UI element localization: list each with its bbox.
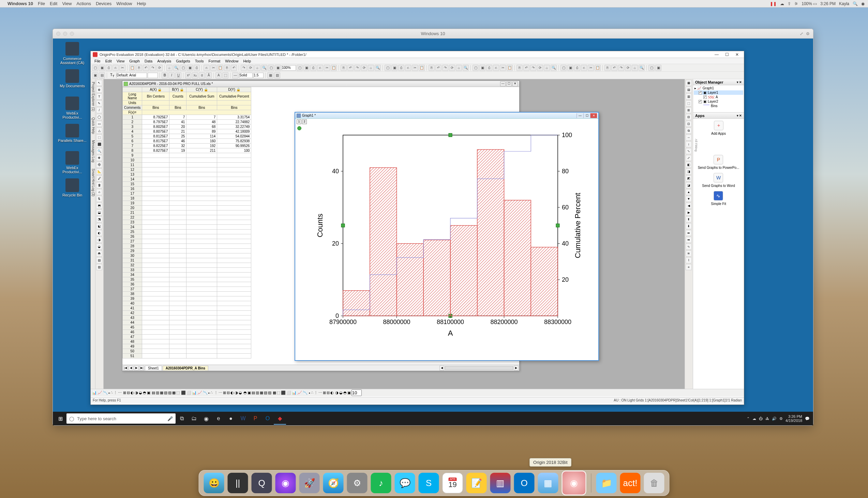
tb-btn[interactable]: ⎌ — [203, 65, 210, 71]
graph-tool-button[interactable]: ⧉ — [685, 128, 692, 134]
object-manager-header[interactable]: Object Manager ▾✕ — [693, 79, 744, 85]
plot-toolbar-button[interactable]: ⬜ — [186, 391, 191, 395]
tb-btn[interactable]: ⎌ — [112, 65, 119, 71]
tb-btn[interactable]: ↶ — [523, 65, 530, 71]
graph-tool-button[interactable]: ≡ — [685, 264, 692, 270]
hscrollbar[interactable] — [445, 366, 513, 370]
graph-tool-button[interactable]: ▶ — [685, 209, 692, 215]
tool-button[interactable]: ▭ — [96, 121, 102, 127]
plot-toolbar-button[interactable]: ⬚ — [176, 391, 180, 395]
tb-btn[interactable]: ✂ — [588, 65, 594, 71]
plot-toolbar-button[interactable]: ▣ — [347, 391, 351, 395]
start-button[interactable]: ⊞ — [54, 413, 66, 424]
spotlight-icon[interactable]: 🔍 — [853, 1, 858, 6]
chrome[interactable]: ◉ — [200, 412, 212, 425]
tool-button[interactable]: ↖ — [96, 80, 102, 86]
tb-btn[interactable]: ↶ — [435, 65, 441, 71]
tray-up-icon[interactable]: ⌃ — [747, 417, 750, 421]
plot-toolbar-button[interactable]: 📈 — [297, 391, 302, 395]
taskbar-clock[interactable]: 3:26 PM 4/19/2018 — [786, 415, 802, 423]
lock-icon[interactable] — [297, 126, 302, 130]
menu-gadgets[interactable]: Gadgets — [174, 58, 192, 64]
siri-icon[interactable]: ◉ — [861, 1, 865, 6]
mac-menu-view[interactable]: View — [62, 1, 71, 6]
tb-btn[interactable]: ⎘ — [604, 65, 611, 71]
graph-tool-button[interactable]: ∿ — [685, 244, 692, 250]
user-name[interactable]: Kayla — [839, 1, 849, 6]
tb-btn[interactable]: ⌂ — [254, 65, 261, 71]
tb-btn[interactable]: ⟳ — [248, 65, 254, 71]
tool-button[interactable]: ⬒ — [96, 202, 102, 209]
vm-titlebar[interactable]: Windows 10 ⤢ ⚙ — [53, 29, 813, 39]
graph-tool-button[interactable]: ⬇ — [685, 223, 692, 229]
dock-trash[interactable]: 🗑 — [644, 473, 665, 493]
tool-button[interactable]: ▥ — [96, 264, 102, 270]
mic-icon[interactable]: 🎤 — [168, 416, 173, 421]
minimize-button[interactable]: ― — [712, 52, 721, 57]
mac-menu-window[interactable]: Window — [116, 1, 132, 6]
tb-btn[interactable]: ⎙ — [486, 65, 492, 71]
plot-toolbar-button[interactable]: 📊 — [92, 391, 97, 395]
graph-tool-button[interactable]: ▤ — [685, 87, 692, 93]
tb-btn[interactable]: ⎘ — [340, 65, 347, 71]
plot-toolbar-button[interactable]: ◐ — [230, 391, 234, 395]
graph-tool-button[interactable]: ↔ — [685, 134, 692, 141]
tb-btn[interactable]: ▢ — [297, 65, 303, 71]
tb-btn[interactable]: ⎙ — [310, 65, 316, 71]
tb-btn[interactable]: 📋 — [419, 65, 425, 71]
tb-btn[interactable]: ↶ — [611, 65, 617, 71]
panel-close-icon[interactable]: ✕ — [739, 114, 742, 117]
tb-btn[interactable]: 🔍 — [639, 65, 645, 71]
desktop-icon[interactable]: Parallels Share... — [57, 124, 88, 143]
dock-origin[interactable]: ◉ — [562, 471, 586, 495]
tb-btn[interactable]: ▦ — [267, 72, 273, 78]
tb-btn[interactable]: ▤ — [99, 72, 105, 78]
menubar-icon[interactable]: ☁︎ — [780, 1, 784, 6]
powerpoint[interactable]: P — [249, 412, 262, 425]
tb-btn[interactable]: ⎘ — [136, 65, 142, 71]
tb-btn[interactable]: ↷ — [618, 65, 624, 71]
tb-btn[interactable]: ↶ — [231, 65, 237, 71]
system-tray[interactable]: ⌃ ☁ ⏻ 🖧 🔊 ⚙ 3:26 PM 4/19/2018 💬 — [747, 415, 812, 423]
plot-toolbar-button[interactable]: • — [309, 391, 310, 395]
tray-icon[interactable]: ⏻ — [759, 417, 763, 421]
line-style[interactable] — [239, 73, 253, 78]
graph-tool-button[interactable]: ⤡ — [685, 148, 692, 154]
plot-toolbar-button[interactable]: ▨ — [268, 391, 271, 395]
graph-tool-button[interactable]: ◧ — [685, 162, 692, 168]
clock[interactable]: 3:26 PM — [820, 1, 836, 6]
windows-desktop[interactable]: Commerce Assistant (CA) My Documents Web… — [53, 39, 813, 425]
plot-toolbar-button[interactable]: ▦ — [160, 391, 163, 395]
plot-toolbar-button[interactable]: ⬛ — [281, 391, 286, 395]
plot-toolbar-button[interactable]: ◓ — [243, 391, 247, 395]
plot-toolbar-button[interactable]: ◓ — [143, 391, 146, 395]
graph-tool-button[interactable]: ◀ — [685, 202, 692, 209]
tb-btn[interactable]: ⎘ — [517, 65, 523, 71]
plot-toolbar-button[interactable]: ⊞ — [123, 391, 126, 395]
tool-button[interactable]: ⎌ — [96, 189, 102, 195]
plot-toolbar-button[interactable]: ⊞ — [323, 391, 326, 395]
mac-menu-file[interactable]: File — [38, 1, 45, 6]
dock-settings[interactable]: ⚙ — [347, 473, 368, 493]
graph-tool-button[interactable]: ▦ — [685, 80, 692, 86]
plot-toolbar-button[interactable]: ◐ — [131, 391, 134, 395]
tb-btn[interactable]: ↷ — [241, 65, 247, 71]
tool-button[interactable]: ⬕ — [96, 223, 102, 229]
tb-btn[interactable]: ▧ — [274, 72, 280, 78]
tb-btn[interactable]: ▢ — [385, 65, 391, 71]
plot-toolbar-button[interactable]: ⋮ — [113, 391, 117, 395]
tool-button[interactable]: ✎ — [96, 100, 102, 106]
maximize-button[interactable]: ☐ — [722, 52, 732, 57]
tool-button[interactable]: ◒ — [96, 244, 102, 250]
tb-btn[interactable]: ▣ — [275, 65, 281, 71]
tool-button[interactable]: 📐 — [96, 169, 102, 175]
send-to-powerpoint[interactable]: PSend Graphs to PowerPo... — [698, 155, 739, 170]
tray-volume-icon[interactable]: 🔊 — [772, 417, 777, 421]
smart-hint-tab[interactable]: Smart Hint Log (3) — [91, 167, 95, 198]
graph-page[interactable]: 1 2 879000008800000088100000882000008830… — [295, 119, 598, 360]
graph-tool-button[interactable]: ▼ — [685, 196, 692, 202]
plot-toolbar-button[interactable]: ▧ — [264, 391, 267, 395]
ie[interactable]: e — [212, 412, 225, 425]
tb-btn[interactable]: ⎘ — [224, 65, 230, 71]
gw-max[interactable]: ☐ — [583, 113, 590, 118]
